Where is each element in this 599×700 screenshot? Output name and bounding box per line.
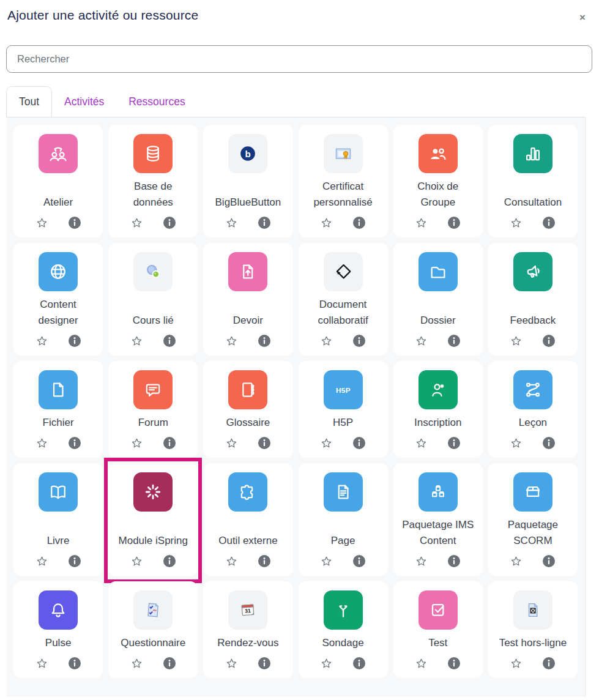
activity-card-paquetage-ims-content[interactable]: Paquetage IMS Content — [393, 463, 483, 576]
info-circle-icon[interactable] — [258, 436, 271, 450]
star-outline-icon[interactable] — [130, 657, 143, 670]
activity-card-dossier[interactable]: Dossier — [393, 243, 483, 356]
star-outline-icon[interactable] — [225, 335, 238, 348]
star-outline-icon[interactable] — [510, 217, 523, 229]
star-outline-icon[interactable] — [130, 335, 143, 348]
info-circle-icon[interactable] — [352, 216, 366, 229]
info-circle-icon[interactable] — [68, 554, 81, 568]
activity-card-base-de-donn-es[interactable]: Base de données — [108, 125, 198, 237]
activity-card-paquetage-scorm[interactable]: Paquetage SCORM — [488, 463, 578, 576]
activity-card-page[interactable]: Page — [299, 463, 388, 576]
tab-activites[interactable]: Activités — [52, 86, 116, 117]
star-outline-icon[interactable] — [225, 555, 238, 568]
star-outline-icon[interactable] — [320, 437, 333, 450]
info-circle-icon[interactable] — [542, 436, 556, 450]
info-circle-icon[interactable] — [352, 657, 366, 670]
star-outline-icon[interactable] — [320, 335, 333, 348]
info-circle-icon[interactable] — [163, 554, 176, 568]
info-circle-icon[interactable] — [163, 334, 176, 348]
activity-card-glossaire[interactable]: Glossaire — [203, 361, 292, 458]
star-outline-icon[interactable] — [35, 437, 48, 450]
info-circle-icon[interactable] — [447, 436, 461, 450]
activity-card-feedback[interactable]: Feedback — [488, 243, 578, 356]
activity-card-test-hors-ligne[interactable]: Test hors-ligne — [488, 581, 578, 678]
close-icon[interactable]: × — [579, 12, 586, 23]
star-outline-icon[interactable] — [415, 437, 428, 450]
activity-card-rendez-vous[interactable]: 31Rendez-vous — [203, 581, 292, 678]
star-outline-icon[interactable] — [35, 335, 48, 348]
activity-card-certificat-personnalis[interactable]: Certificat personnalisé — [299, 125, 388, 237]
info-circle-icon[interactable] — [447, 657, 461, 670]
info-circle-icon[interactable] — [542, 216, 556, 229]
star-outline-icon[interactable] — [130, 555, 143, 568]
activity-card-livre[interactable]: Livre — [13, 463, 103, 576]
tab-ressources[interactable]: Ressources — [116, 86, 197, 117]
info-circle-icon[interactable] — [163, 657, 176, 670]
activity-card-content-designer[interactable]: Content designer — [13, 243, 103, 356]
activity-card-outil-externe[interactable]: Outil externe — [203, 463, 292, 576]
info-circle-icon[interactable] — [258, 216, 271, 229]
info-circle-icon[interactable] — [542, 554, 556, 568]
activity-card-devoir[interactable]: Devoir — [203, 243, 292, 356]
star-outline-icon[interactable] — [415, 335, 428, 348]
card-actions — [225, 215, 271, 231]
star-outline-icon[interactable] — [510, 335, 523, 348]
info-circle-icon[interactable] — [68, 334, 81, 348]
star-outline-icon[interactable] — [415, 217, 428, 229]
star-outline-icon[interactable] — [130, 437, 143, 450]
activity-label: Cours lié — [133, 307, 174, 329]
star-outline-icon[interactable] — [225, 217, 238, 229]
activity-card-inscription[interactable]: Inscription — [393, 361, 483, 458]
activity-card-h5p[interactable]: H5PH5P — [299, 361, 388, 458]
star-outline-icon[interactable] — [35, 657, 48, 670]
star-outline-icon[interactable] — [510, 555, 523, 568]
person-badge-icon — [419, 370, 458, 409]
star-outline-icon[interactable] — [320, 217, 333, 229]
info-circle-icon[interactable] — [68, 216, 81, 229]
activity-card-module-ispring[interactable]: Module iSpring — [108, 463, 198, 576]
info-circle-icon[interactable] — [352, 554, 366, 568]
activity-card-test[interactable]: Test — [393, 581, 483, 678]
star-outline-icon[interactable] — [415, 657, 428, 670]
star-outline-icon[interactable] — [510, 657, 523, 670]
activity-card-sondage[interactable]: Sondage — [299, 581, 388, 678]
activity-card-document-collaboratif[interactable]: Document collaboratif — [299, 243, 388, 356]
activity-label: Module iSpring — [119, 527, 188, 549]
tab-tout[interactable]: Tout — [6, 86, 52, 117]
star-outline-icon[interactable] — [225, 657, 238, 670]
info-circle-icon[interactable] — [542, 657, 556, 670]
activity-card-choix-de-groupe[interactable]: Choix de Groupe — [393, 125, 483, 237]
info-circle-icon[interactable] — [447, 554, 461, 568]
info-circle-icon[interactable] — [447, 334, 461, 348]
info-circle-icon[interactable] — [258, 554, 271, 568]
star-outline-icon[interactable] — [35, 555, 48, 568]
activity-card-consultation[interactable]: Consultation — [488, 125, 578, 237]
activity-card-fichier[interactable]: Fichier — [13, 361, 103, 458]
activity-card-bigbluebutton[interactable]: bBigBlueButton — [203, 125, 292, 237]
star-outline-icon[interactable] — [130, 217, 143, 229]
info-circle-icon[interactable] — [352, 436, 366, 450]
star-outline-icon[interactable] — [320, 555, 333, 568]
activity-card-pulse[interactable]: Pulse — [13, 581, 103, 678]
activity-card-questionnaire[interactable]: Questionnaire — [108, 581, 198, 678]
info-circle-icon[interactable] — [68, 436, 81, 450]
activity-card-forum[interactable]: Forum — [108, 361, 198, 458]
svg-text:b: b — [245, 149, 251, 159]
star-outline-icon[interactable] — [510, 437, 523, 450]
info-circle-icon[interactable] — [258, 334, 271, 348]
star-outline-icon[interactable] — [35, 217, 48, 229]
star-outline-icon[interactable] — [320, 657, 333, 670]
activity-card-atelier[interactable]: Atelier — [13, 125, 103, 237]
search-input[interactable] — [6, 45, 592, 73]
activity-card-le-on[interactable]: Leçon — [488, 361, 578, 458]
info-circle-icon[interactable] — [542, 334, 556, 348]
info-circle-icon[interactable] — [163, 436, 176, 450]
info-circle-icon[interactable] — [163, 216, 176, 229]
info-circle-icon[interactable] — [352, 334, 366, 348]
info-circle-icon[interactable] — [447, 216, 461, 229]
star-outline-icon[interactable] — [415, 555, 428, 568]
info-circle-icon[interactable] — [258, 657, 271, 670]
activity-card-cours-li[interactable]: Cours lié — [108, 243, 198, 356]
star-outline-icon[interactable] — [225, 437, 238, 450]
info-circle-icon[interactable] — [68, 657, 81, 670]
